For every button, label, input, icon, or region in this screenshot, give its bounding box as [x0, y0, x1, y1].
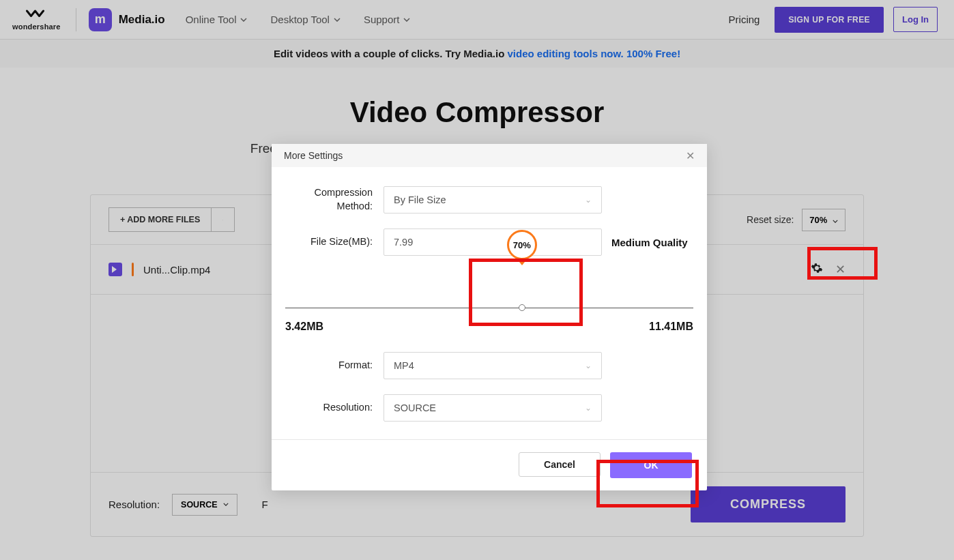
chevron-down-icon: ⌄ [585, 195, 592, 205]
nav-online-tool[interactable]: Online Tool [186, 14, 248, 25]
reset-size-select[interactable]: 70% [802, 209, 845, 231]
file-settings-button[interactable] [811, 262, 823, 277]
promo-banner: Edit videos with a couple of clicks. Try… [0, 40, 954, 68]
add-more-files-button[interactable]: + ADD MORE FILES [109, 207, 212, 232]
footer-format-label: F [262, 499, 268, 510]
caret-down-icon [223, 503, 229, 506]
chevron-down-icon [334, 18, 341, 22]
slider-min-label: 3.42MB [285, 321, 323, 333]
format-label: Format: [284, 359, 384, 372]
mediaio-icon[interactable]: m [89, 8, 112, 31]
wondershare-text: wondershare [12, 23, 61, 31]
add-more-files-dropdown[interactable] [212, 207, 235, 232]
page-title: Video Compressor [0, 96, 954, 129]
modal-close-button[interactable]: ✕ [686, 149, 695, 162]
wondershare-logo[interactable]: wondershare [12, 9, 61, 31]
chevron-down-icon: ⌄ [585, 361, 592, 370]
promo-lead: Edit videos with a couple of clicks. Try… [274, 48, 504, 59]
slider-bubble: 70% [507, 230, 537, 260]
resolution-select[interactable]: SOURCE⌄ [384, 394, 602, 422]
slider-max-label: 11.41MB [649, 321, 693, 333]
file-size-input[interactable]: 7.99 [384, 229, 602, 256]
file-remove-button[interactable]: ✕ [835, 262, 845, 277]
file-accent-bar [132, 263, 134, 276]
product-name[interactable]: Media.io [119, 13, 165, 27]
chevron-down-icon: ⌄ [585, 403, 592, 413]
chevron-down-icon [240, 18, 247, 22]
video-thumb-icon [109, 263, 122, 276]
chevron-down-icon [403, 18, 410, 22]
compression-method-select[interactable]: By File Size⌄ [384, 186, 602, 213]
reset-size-label: Reset size: [747, 214, 794, 225]
promo-link[interactable]: video editing tools now. 100% Free! [507, 48, 680, 59]
file-size-label: File Size(MB): [284, 235, 384, 249]
file-name: Unti...Clip.mp4 [143, 264, 210, 276]
divider [76, 8, 76, 31]
nav-desktop-tool[interactable]: Desktop Tool [270, 14, 340, 25]
footer-resolution-label: Resolution: [109, 499, 160, 510]
slider-track[interactable] [285, 308, 693, 308]
cancel-button[interactable]: Cancel [519, 452, 601, 477]
modal-title: More Settings [284, 150, 343, 161]
login-button[interactable]: Log In [893, 7, 938, 32]
nav-support[interactable]: Support [364, 14, 411, 25]
compress-button[interactable]: COMPRESS [691, 486, 845, 522]
quality-indicator: Medium Quality [611, 237, 688, 248]
top-navbar: wondershare m Media.io Online Tool Deskt… [0, 0, 954, 40]
add-more-files-group: + ADD MORE FILES [109, 207, 235, 232]
compression-slider[interactable]: 70% 3.42MB 11.41MB [285, 271, 693, 333]
footer-resolution-select[interactable]: SOURCE [172, 494, 237, 516]
slider-thumb[interactable] [519, 304, 525, 311]
caret-down-icon [833, 220, 838, 223]
gear-icon [811, 262, 823, 274]
nav-pricing[interactable]: Pricing [729, 14, 760, 25]
resolution-label: Resolution: [284, 401, 384, 415]
caret-down-icon [222, 218, 223, 222]
more-settings-modal: More Settings ✕ Compression Method: By F… [272, 144, 707, 490]
compression-method-label: Compression Method: [284, 186, 384, 213]
signup-button[interactable]: SIGN UP FOR FREE [775, 7, 884, 33]
main-nav: Online Tool Desktop Tool Support [186, 14, 411, 25]
format-select[interactable]: MP4⌄ [384, 352, 602, 379]
ok-button[interactable]: OK [610, 452, 692, 478]
